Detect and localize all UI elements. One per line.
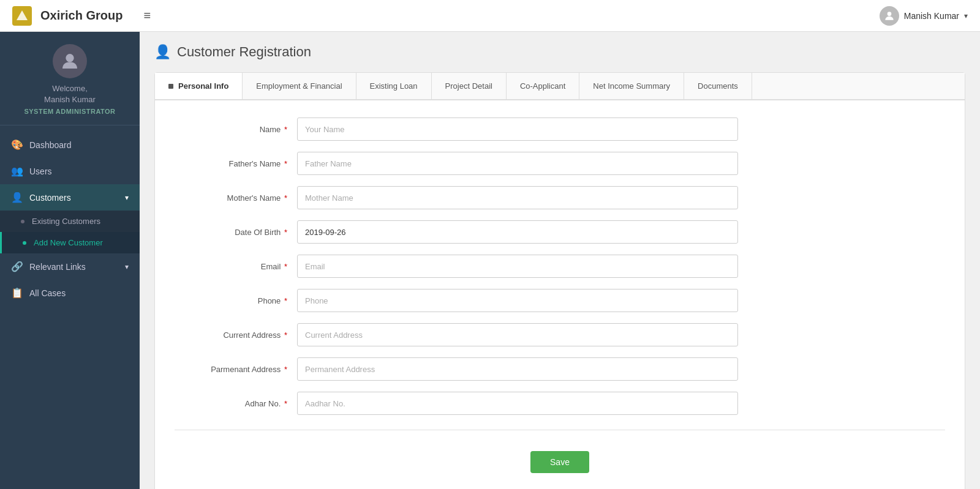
user-avatar-icon	[880, 6, 899, 26]
input-email[interactable]	[297, 255, 738, 278]
sidebar-item-relevant-links[interactable]: 🔗 Relevant Links ▾	[0, 253, 140, 280]
sidebar-item-existing-customers[interactable]: Existing Customers	[0, 211, 140, 232]
sidebar-item-label: Users	[29, 166, 52, 176]
registration-card: Personal Info Employment & Financial Exi…	[154, 72, 965, 489]
label-mother-name: Mother's Name *	[175, 193, 297, 203]
users-icon: 👥	[11, 165, 23, 177]
form-group-permanent-address: Parmenant Address *	[175, 357, 945, 381]
topbar-dropdown-icon[interactable]: ▾	[964, 12, 968, 20]
tab-co-applicant[interactable]: Co-Applicant	[507, 73, 579, 99]
form-group-name: Name *	[175, 118, 945, 141]
form-actions: Save	[175, 445, 945, 485]
tab-label: Co-Applicant	[520, 81, 565, 91]
all-cases-icon: 📋	[11, 287, 23, 299]
sidebar-item-dashboard[interactable]: 🎨 Dashboard	[0, 132, 140, 158]
label-current-address: Current Address *	[175, 330, 297, 340]
tab-label: Project Detail	[445, 81, 492, 91]
input-mother-name[interactable]	[297, 186, 738, 209]
page-title: Customer Registration	[177, 44, 311, 60]
label-dob: Date Of Birth *	[175, 228, 297, 237]
page-header-icon: 👤	[154, 44, 171, 60]
sidebar-welcome: Welcome, Manish Kumar	[44, 83, 96, 105]
relevant-links-icon: 🔗	[11, 261, 23, 272]
tab-label: Documents	[698, 81, 738, 91]
required-indicator: *	[284, 228, 287, 237]
required-indicator: *	[284, 193, 287, 203]
form-group-current-address: Current Address *	[175, 323, 945, 346]
input-adhar-no[interactable]	[297, 392, 738, 415]
submenu-label: Add New Customer	[34, 238, 103, 247]
sidebar-nav: 🎨 Dashboard 👥 Users 👤 Customers ▾ Existi…	[0, 125, 140, 312]
topbar-right: Manish Kumar ▾	[880, 6, 968, 26]
sidebar-item-customers[interactable]: 👤 Customers ▾	[0, 184, 140, 211]
sidebar-item-add-new-customer[interactable]: Add New Customer	[0, 232, 140, 253]
tab-indicator	[168, 84, 173, 89]
required-indicator: *	[284, 330, 287, 340]
chevron-down-icon: ▾	[125, 263, 129, 271]
input-name[interactable]	[297, 118, 738, 141]
input-dob[interactable]	[297, 220, 738, 244]
tab-project-detail[interactable]: Project Detail	[432, 73, 507, 99]
required-indicator: *	[284, 159, 287, 168]
save-button[interactable]: Save	[530, 451, 589, 473]
label-permanent-address: Parmenant Address *	[175, 365, 297, 374]
tab-documents[interactable]: Documents	[684, 73, 752, 99]
customers-icon: 👤	[11, 192, 23, 203]
form-group-phone: Phone *	[175, 289, 945, 312]
tab-label: Personal Info	[178, 81, 228, 91]
label-adhar: Adhar No. *	[175, 399, 297, 408]
sidebar-item-users[interactable]: 👥 Users	[0, 158, 140, 184]
input-phone[interactable]	[297, 289, 738, 312]
tab-label: Employment & Financial	[256, 81, 342, 91]
required-indicator: *	[284, 125, 287, 134]
required-indicator: *	[284, 365, 287, 374]
svg-point-1	[887, 12, 891, 16]
form-group-father-name: Father's Name *	[175, 152, 945, 175]
input-permanent-address[interactable]	[297, 357, 738, 381]
input-father-name[interactable]	[297, 152, 738, 175]
sidebar-item-label: All Cases	[29, 288, 66, 298]
input-current-address[interactable]	[297, 323, 738, 346]
svg-marker-0	[17, 10, 28, 20]
topbar-username: Manish Kumar	[904, 11, 959, 21]
required-indicator: *	[284, 399, 287, 408]
content-area: 👤 Customer Registration Personal Info Em…	[140, 32, 980, 489]
chevron-down-icon: ▾	[125, 193, 129, 202]
page-header: 👤 Customer Registration	[154, 44, 965, 60]
required-indicator: *	[284, 296, 287, 305]
sidebar-profile: Welcome, Manish Kumar SYSTEM ADMINISTRAT…	[0, 32, 140, 125]
personal-info-form: Name * Father's Name * Mother's Name * D…	[155, 100, 965, 489]
sidebar-item-label: Customers	[29, 193, 71, 203]
required-indicator: *	[284, 262, 287, 271]
sidebar: Welcome, Manish Kumar SYSTEM ADMINISTRAT…	[0, 32, 140, 489]
form-group-mother-name: Mother's Name *	[175, 186, 945, 209]
tab-personal-info[interactable]: Personal Info	[155, 73, 243, 100]
tab-label: Existing Loan	[370, 81, 418, 91]
sidebar-item-all-cases[interactable]: 📋 All Cases	[0, 280, 140, 306]
sidebar-role: SYSTEM ADMINISTRATOR	[24, 108, 115, 115]
submenu-label: Existing Customers	[32, 217, 100, 226]
form-group-adhar: Adhar No. *	[175, 392, 945, 415]
hamburger-icon[interactable]: ≡	[143, 9, 151, 23]
label-phone: Phone *	[175, 296, 297, 305]
label-father-name: Father's Name *	[175, 159, 297, 168]
tab-existing-loan[interactable]: Existing Loan	[356, 73, 432, 99]
sidebar-item-label: Relevant Links	[29, 262, 86, 272]
form-group-dob: Date Of Birth *	[175, 220, 945, 244]
app-name: Oxirich Group	[40, 9, 123, 23]
customers-submenu: Existing Customers Add New Customer	[0, 211, 140, 253]
tab-employment-financial[interactable]: Employment & Financial	[243, 73, 356, 99]
label-name: Name *	[175, 125, 297, 134]
label-email: Email *	[175, 262, 297, 271]
dashboard-icon: 🎨	[11, 139, 23, 151]
avatar	[53, 44, 87, 78]
app-logo	[12, 6, 32, 26]
dot-icon	[23, 241, 26, 245]
tabs-container: Personal Info Employment & Financial Exi…	[155, 73, 965, 100]
dot-icon	[21, 220, 24, 223]
sidebar-item-label: Dashboard	[29, 140, 72, 150]
form-group-email: Email *	[175, 255, 945, 278]
topbar-left: Oxirich Group ≡	[12, 6, 151, 26]
topbar: Oxirich Group ≡ Manish Kumar ▾	[0, 0, 980, 32]
tab-net-income-summary[interactable]: Net Income Summary	[579, 73, 684, 99]
